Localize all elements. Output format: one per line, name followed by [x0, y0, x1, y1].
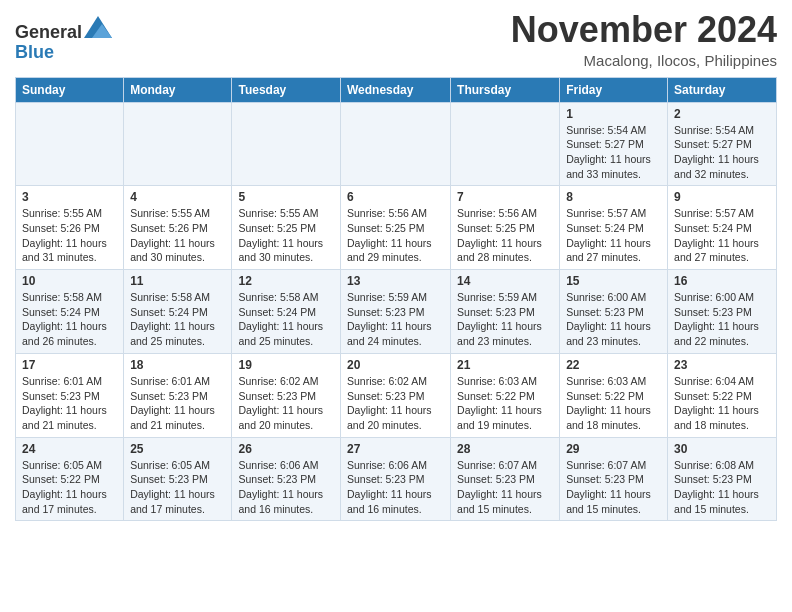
title-area: November 2024 Macalong, Ilocos, Philippi… — [511, 10, 777, 69]
day-info: Sunrise: 5:55 AMSunset: 5:26 PMDaylight:… — [130, 206, 225, 265]
calendar-cell: 19Sunrise: 6:02 AMSunset: 5:23 PMDayligh… — [232, 353, 341, 437]
day-info: Sunrise: 5:54 AMSunset: 5:27 PMDaylight:… — [566, 123, 661, 182]
day-number: 22 — [566, 358, 661, 372]
calendar-cell: 3Sunrise: 5:55 AMSunset: 5:26 PMDaylight… — [16, 186, 124, 270]
day-info: Sunrise: 6:07 AMSunset: 5:23 PMDaylight:… — [566, 458, 661, 517]
calendar-cell: 9Sunrise: 5:57 AMSunset: 5:24 PMDaylight… — [668, 186, 777, 270]
day-number: 7 — [457, 190, 553, 204]
location-subtitle: Macalong, Ilocos, Philippines — [511, 52, 777, 69]
day-info: Sunrise: 6:02 AMSunset: 5:23 PMDaylight:… — [347, 374, 444, 433]
calendar-cell: 22Sunrise: 6:03 AMSunset: 5:22 PMDayligh… — [560, 353, 668, 437]
calendar-cell — [451, 102, 560, 186]
day-info: Sunrise: 5:59 AMSunset: 5:23 PMDaylight:… — [347, 290, 444, 349]
col-header-wednesday: Wednesday — [340, 77, 450, 102]
calendar-cell: 25Sunrise: 6:05 AMSunset: 5:23 PMDayligh… — [124, 437, 232, 521]
day-info: Sunrise: 5:56 AMSunset: 5:25 PMDaylight:… — [457, 206, 553, 265]
day-info: Sunrise: 5:56 AMSunset: 5:25 PMDaylight:… — [347, 206, 444, 265]
day-number: 19 — [238, 358, 334, 372]
logo-general: General — [15, 22, 82, 42]
day-number: 12 — [238, 274, 334, 288]
day-number: 15 — [566, 274, 661, 288]
calendar-cell: 14Sunrise: 5:59 AMSunset: 5:23 PMDayligh… — [451, 270, 560, 354]
day-number: 28 — [457, 442, 553, 456]
calendar-cell: 13Sunrise: 5:59 AMSunset: 5:23 PMDayligh… — [340, 270, 450, 354]
day-number: 25 — [130, 442, 225, 456]
calendar-cell — [16, 102, 124, 186]
day-info: Sunrise: 5:58 AMSunset: 5:24 PMDaylight:… — [22, 290, 117, 349]
day-number: 21 — [457, 358, 553, 372]
col-header-saturday: Saturday — [668, 77, 777, 102]
calendar-cell: 4Sunrise: 5:55 AMSunset: 5:26 PMDaylight… — [124, 186, 232, 270]
calendar-cell: 5Sunrise: 5:55 AMSunset: 5:25 PMDaylight… — [232, 186, 341, 270]
calendar-cell: 7Sunrise: 5:56 AMSunset: 5:25 PMDaylight… — [451, 186, 560, 270]
calendar-header-row: SundayMondayTuesdayWednesdayThursdayFrid… — [16, 77, 777, 102]
calendar-table: SundayMondayTuesdayWednesdayThursdayFrid… — [15, 77, 777, 522]
calendar-cell: 12Sunrise: 5:58 AMSunset: 5:24 PMDayligh… — [232, 270, 341, 354]
day-info: Sunrise: 5:58 AMSunset: 5:24 PMDaylight:… — [130, 290, 225, 349]
day-info: Sunrise: 6:05 AMSunset: 5:23 PMDaylight:… — [130, 458, 225, 517]
day-number: 13 — [347, 274, 444, 288]
calendar-cell: 20Sunrise: 6:02 AMSunset: 5:23 PMDayligh… — [340, 353, 450, 437]
day-number: 4 — [130, 190, 225, 204]
day-number: 20 — [347, 358, 444, 372]
month-title: November 2024 — [511, 10, 777, 50]
header: General Blue November 2024 Macalong, Ilo… — [15, 10, 777, 69]
calendar-cell: 15Sunrise: 6:00 AMSunset: 5:23 PMDayligh… — [560, 270, 668, 354]
calendar-cell: 27Sunrise: 6:06 AMSunset: 5:23 PMDayligh… — [340, 437, 450, 521]
day-info: Sunrise: 6:05 AMSunset: 5:22 PMDaylight:… — [22, 458, 117, 517]
calendar-cell: 11Sunrise: 5:58 AMSunset: 5:24 PMDayligh… — [124, 270, 232, 354]
day-number: 24 — [22, 442, 117, 456]
day-number: 2 — [674, 107, 770, 121]
day-info: Sunrise: 6:01 AMSunset: 5:23 PMDaylight:… — [22, 374, 117, 433]
calendar-cell: 10Sunrise: 5:58 AMSunset: 5:24 PMDayligh… — [16, 270, 124, 354]
day-info: Sunrise: 6:03 AMSunset: 5:22 PMDaylight:… — [566, 374, 661, 433]
day-info: Sunrise: 6:00 AMSunset: 5:23 PMDaylight:… — [566, 290, 661, 349]
day-info: Sunrise: 5:55 AMSunset: 5:25 PMDaylight:… — [238, 206, 334, 265]
calendar-cell: 21Sunrise: 6:03 AMSunset: 5:22 PMDayligh… — [451, 353, 560, 437]
calendar-cell: 1Sunrise: 5:54 AMSunset: 5:27 PMDaylight… — [560, 102, 668, 186]
day-number: 10 — [22, 274, 117, 288]
day-number: 26 — [238, 442, 334, 456]
calendar-week-row: 24Sunrise: 6:05 AMSunset: 5:22 PMDayligh… — [16, 437, 777, 521]
logo-icon — [84, 16, 112, 38]
day-number: 1 — [566, 107, 661, 121]
col-header-tuesday: Tuesday — [232, 77, 341, 102]
page: General Blue November 2024 Macalong, Ilo… — [0, 0, 792, 536]
day-info: Sunrise: 5:57 AMSunset: 5:24 PMDaylight:… — [566, 206, 661, 265]
calendar-cell: 17Sunrise: 6:01 AMSunset: 5:23 PMDayligh… — [16, 353, 124, 437]
day-number: 11 — [130, 274, 225, 288]
calendar-cell: 29Sunrise: 6:07 AMSunset: 5:23 PMDayligh… — [560, 437, 668, 521]
day-number: 17 — [22, 358, 117, 372]
day-number: 18 — [130, 358, 225, 372]
calendar-cell: 2Sunrise: 5:54 AMSunset: 5:27 PMDaylight… — [668, 102, 777, 186]
calendar-cell: 18Sunrise: 6:01 AMSunset: 5:23 PMDayligh… — [124, 353, 232, 437]
col-header-thursday: Thursday — [451, 77, 560, 102]
col-header-friday: Friday — [560, 77, 668, 102]
calendar-week-row: 10Sunrise: 5:58 AMSunset: 5:24 PMDayligh… — [16, 270, 777, 354]
day-info: Sunrise: 6:07 AMSunset: 5:23 PMDaylight:… — [457, 458, 553, 517]
calendar-week-row: 17Sunrise: 6:01 AMSunset: 5:23 PMDayligh… — [16, 353, 777, 437]
day-number: 23 — [674, 358, 770, 372]
day-number: 9 — [674, 190, 770, 204]
calendar-cell: 24Sunrise: 6:05 AMSunset: 5:22 PMDayligh… — [16, 437, 124, 521]
day-number: 6 — [347, 190, 444, 204]
calendar-cell: 26Sunrise: 6:06 AMSunset: 5:23 PMDayligh… — [232, 437, 341, 521]
calendar-cell: 8Sunrise: 5:57 AMSunset: 5:24 PMDaylight… — [560, 186, 668, 270]
calendar-cell: 6Sunrise: 5:56 AMSunset: 5:25 PMDaylight… — [340, 186, 450, 270]
day-info: Sunrise: 6:02 AMSunset: 5:23 PMDaylight:… — [238, 374, 334, 433]
day-info: Sunrise: 6:00 AMSunset: 5:23 PMDaylight:… — [674, 290, 770, 349]
day-number: 3 — [22, 190, 117, 204]
day-info: Sunrise: 6:06 AMSunset: 5:23 PMDaylight:… — [238, 458, 334, 517]
calendar-cell — [340, 102, 450, 186]
day-info: Sunrise: 6:08 AMSunset: 5:23 PMDaylight:… — [674, 458, 770, 517]
day-info: Sunrise: 5:57 AMSunset: 5:24 PMDaylight:… — [674, 206, 770, 265]
calendar-cell: 23Sunrise: 6:04 AMSunset: 5:22 PMDayligh… — [668, 353, 777, 437]
day-number: 27 — [347, 442, 444, 456]
calendar-cell — [124, 102, 232, 186]
calendar-cell: 30Sunrise: 6:08 AMSunset: 5:23 PMDayligh… — [668, 437, 777, 521]
day-info: Sunrise: 6:06 AMSunset: 5:23 PMDaylight:… — [347, 458, 444, 517]
day-info: Sunrise: 6:01 AMSunset: 5:23 PMDaylight:… — [130, 374, 225, 433]
logo: General Blue — [15, 16, 112, 63]
day-number: 30 — [674, 442, 770, 456]
day-number: 5 — [238, 190, 334, 204]
